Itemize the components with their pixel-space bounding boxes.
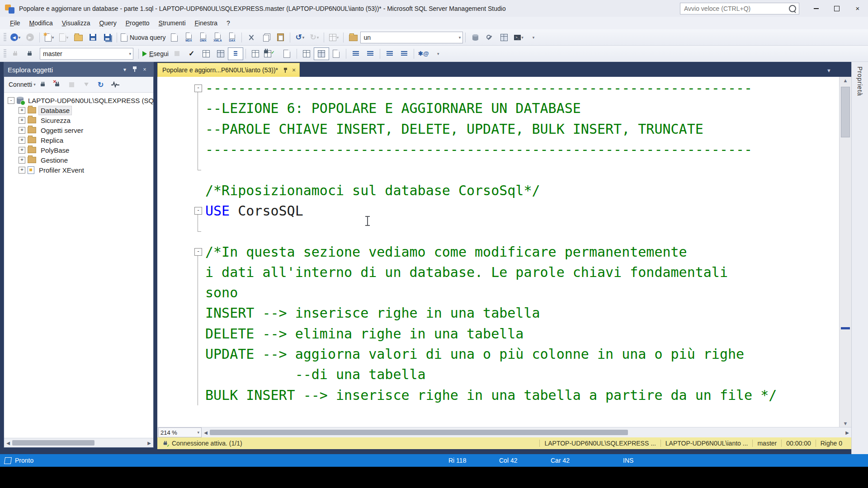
menu-query[interactable]: Query: [95, 18, 121, 28]
code-line[interactable]: /*Riposizionamoci sul database CorsoSql*…: [157, 180, 840, 200]
parse-button[interactable]: ✓: [184, 48, 199, 60]
editor-vscrollbar[interactable]: ▲ ▼: [839, 77, 851, 427]
copy-button[interactable]: [259, 32, 273, 43]
collapse-icon[interactable]: -: [8, 97, 14, 104]
code-line[interactable]: --LEZIONE 6: POPOLARE E AGGIORNARE UN DA…: [157, 98, 840, 118]
panel-splitter[interactable]: [154, 62, 157, 454]
connect-dropdown[interactable]: Connetti: [9, 81, 32, 88]
new-mdx-query-button[interactable]: MDX: [181, 32, 196, 43]
new-query-button[interactable]: Nuova query: [119, 32, 167, 43]
toolbar-options-button[interactable]: ▾: [431, 48, 445, 60]
code-line[interactable]: sono: [157, 282, 840, 303]
tab-properties[interactable]: Proprietà: [856, 66, 863, 96]
code-line[interactable]: -USE CorsoSQL: [157, 201, 840, 221]
utility-explorer-button[interactable]: [497, 32, 511, 43]
close-button[interactable]: ×: [847, 0, 868, 17]
menu-modifica[interactable]: Modifica: [25, 18, 57, 28]
open-file-button[interactable]: [71, 32, 85, 43]
full-screen-button[interactable]: ▾: [326, 32, 341, 43]
toolbar-grip[interactable]: [4, 33, 6, 42]
code-line[interactable]: BULK INSERT --> inserisce righe in una t…: [157, 385, 840, 405]
oe-refresh-button[interactable]: ↻: [94, 79, 108, 90]
quick-launch-box[interactable]: [680, 3, 799, 14]
expand-icon[interactable]: +: [19, 127, 25, 134]
uncomment-button[interactable]: [397, 48, 411, 60]
estimated-plan-button[interactable]: [199, 48, 213, 60]
code-line[interactable]: [157, 221, 840, 241]
code-line[interactable]: INSERT --> inserisce righe in una tabell…: [157, 303, 840, 323]
tree-item-replica[interactable]: +Replica: [4, 135, 153, 145]
activity-monitor-button[interactable]: [108, 79, 123, 90]
save-all-button[interactable]: [100, 32, 114, 43]
oe-filter-button[interactable]: [79, 79, 94, 90]
expand-icon[interactable]: +: [19, 117, 25, 124]
toolbar-options-button[interactable]: ▾: [526, 32, 540, 43]
oe-stop-button[interactable]: [65, 79, 79, 90]
change-connection-button[interactable]: [23, 48, 37, 60]
oe-connect-button[interactable]: [36, 79, 50, 90]
new-dax-query-button[interactable]: DAX: [225, 32, 239, 43]
code-line[interactable]: i dati all'interno di un database. Le pa…: [157, 262, 840, 282]
document-tab[interactable]: Popolare e aggiorn...P6N0UL\ianto (53))*…: [157, 63, 300, 77]
results-to-file-button[interactable]: [280, 48, 294, 60]
zoom-control[interactable]: 214 % ▾: [158, 427, 202, 437]
actual-plan-button[interactable]: [299, 48, 314, 60]
tree-item-oggetti-server[interactable]: +Oggetti server: [4, 125, 153, 135]
template-parameters-button[interactable]: ✱@: [416, 48, 431, 60]
sqlcmd-mode-button[interactable]: [468, 32, 482, 43]
available-databases-combo[interactable]: master ▾: [40, 48, 133, 60]
scroll-thumb[interactable]: [841, 87, 850, 137]
expand-icon[interactable]: +: [19, 107, 25, 114]
menu-progetto[interactable]: Progetto: [121, 18, 154, 28]
client-statistics-button[interactable]: [329, 48, 344, 60]
redo-button[interactable]: ↻▾: [307, 32, 321, 43]
menu-finestra[interactable]: Finestra: [190, 18, 222, 28]
fold-collapse-box[interactable]: -: [192, 201, 205, 221]
toolbar-grip[interactable]: [4, 49, 6, 58]
connect-button[interactable]: [8, 48, 23, 60]
code-line[interactable]: [157, 160, 840, 180]
code-line[interactable]: --PAROLE CHIAVE INSERT, DELETE, UPDATE, …: [157, 119, 840, 139]
nav-forward-button[interactable]: ▶: [23, 32, 37, 43]
scroll-thumb[interactable]: [12, 440, 94, 446]
increase-indent-button[interactable]: [363, 48, 377, 60]
fold-collapse-box[interactable]: -: [192, 241, 205, 262]
results-to-grid-button[interactable]: ✓: [263, 48, 280, 60]
pin-button[interactable]: [130, 66, 140, 74]
quick-launch-input[interactable]: [683, 5, 787, 13]
new-file-button[interactable]: ✱▾: [42, 32, 57, 43]
oe-disconnect-button[interactable]: ✕: [50, 79, 65, 90]
scroll-up-icon[interactable]: ▲: [840, 78, 851, 83]
code-line[interactable]: --di una tabella: [157, 364, 840, 385]
query-options-button[interactable]: [213, 48, 228, 60]
code-line[interactable]: UPDATE --> aggiorna valori di una o più …: [157, 344, 840, 364]
code-line[interactable]: DELETE --> elimina righe in una tabella: [157, 324, 840, 344]
pin-icon[interactable]: [283, 67, 288, 73]
code-line[interactable]: ----------------------------------------…: [157, 78, 840, 98]
menu-help[interactable]: ?: [222, 18, 235, 28]
tree-item-profiler-xevent[interactable]: +Profiler XEvent: [4, 165, 153, 175]
expand-icon[interactable]: +: [19, 167, 25, 174]
object-explorer-header[interactable]: Esplora oggetti ▾ ×: [4, 62, 153, 77]
results-to-text-button[interactable]: [248, 48, 263, 60]
object-explorer-hscrollbar[interactable]: ◀ ▶: [4, 438, 153, 447]
cancel-execution-button[interactable]: [170, 48, 184, 60]
add-item-button[interactable]: ▾: [57, 32, 71, 43]
scroll-right-icon[interactable]: ▶: [145, 441, 153, 446]
expand-icon[interactable]: +: [19, 157, 25, 164]
window-position-button[interactable]: ▾: [120, 66, 130, 73]
tree-root-server[interactable]: -LAPTOP-UDP6N0UL\SQLEXPRESS (SQL Ser: [4, 95, 153, 105]
execute-button[interactable]: Esegui: [141, 48, 170, 60]
undo-button[interactable]: ↺▾: [292, 32, 307, 43]
tuning-advisor-button[interactable]: [482, 32, 497, 43]
intellisense-button[interactable]: [228, 47, 243, 60]
menu-file[interactable]: File: [5, 18, 25, 28]
results-pane-button[interactable]: [314, 47, 329, 60]
restore-button[interactable]: [826, 0, 847, 17]
tab-close-icon[interactable]: ×: [292, 66, 296, 74]
tree-item-polybase[interactable]: +PolyBase: [4, 145, 153, 155]
scroll-left-icon[interactable]: ◀: [4, 441, 12, 446]
expand-icon[interactable]: +: [19, 137, 25, 144]
expand-icon[interactable]: +: [19, 147, 25, 154]
scroll-left-icon[interactable]: ◀: [202, 430, 210, 435]
